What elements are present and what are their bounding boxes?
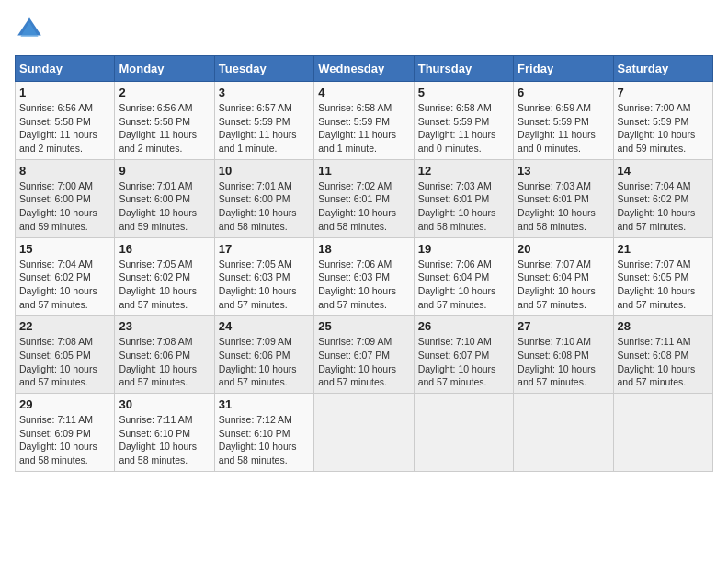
day-info: Sunrise: 7:08 AM Sunset: 6:06 PM Dayligh… bbox=[119, 335, 210, 389]
day-number: 31 bbox=[219, 397, 310, 411]
calendar-week-4: 22 Sunrise: 7:08 AM Sunset: 6:05 PM Dayl… bbox=[16, 316, 713, 394]
day-number: 17 bbox=[219, 242, 310, 256]
calendar-day-cell: 19 Sunrise: 7:06 AM Sunset: 6:04 PM Dayl… bbox=[414, 237, 513, 316]
calendar-day-cell bbox=[514, 394, 613, 472]
calendar-day-cell: 20 Sunrise: 7:07 AM Sunset: 6:04 PM Dayl… bbox=[514, 237, 613, 316]
day-number: 30 bbox=[119, 397, 210, 411]
day-info: Sunrise: 7:05 AM Sunset: 6:02 PM Dayligh… bbox=[119, 258, 210, 312]
day-number: 14 bbox=[618, 164, 709, 178]
day-info: Sunrise: 7:01 AM Sunset: 6:00 PM Dayligh… bbox=[119, 179, 210, 234]
calendar-day-cell: 23 Sunrise: 7:08 AM Sunset: 6:06 PM Dayl… bbox=[115, 316, 214, 394]
day-number: 8 bbox=[19, 164, 110, 178]
calendar-day-cell: 25 Sunrise: 7:09 AM Sunset: 6:07 PM Dayl… bbox=[314, 316, 414, 394]
day-info: Sunrise: 6:56 AM Sunset: 5:58 PM Dayligh… bbox=[119, 101, 210, 155]
day-info: Sunrise: 7:06 AM Sunset: 6:04 PM Dayligh… bbox=[418, 258, 509, 312]
day-number: 27 bbox=[518, 319, 609, 333]
weekday-header-saturday: Saturday bbox=[613, 56, 712, 82]
weekday-header-sunday: Sunday bbox=[16, 56, 115, 82]
day-info: Sunrise: 7:05 AM Sunset: 6:03 PM Dayligh… bbox=[219, 258, 310, 312]
day-number: 20 bbox=[518, 242, 609, 256]
day-info: Sunrise: 7:11 AM Sunset: 6:08 PM Dayligh… bbox=[618, 335, 709, 389]
day-number: 13 bbox=[518, 164, 609, 178]
calendar-day-cell: 27 Sunrise: 7:10 AM Sunset: 6:08 PM Dayl… bbox=[514, 316, 613, 394]
calendar-table: SundayMondayTuesdayWednesdayThursdayFrid… bbox=[15, 55, 713, 472]
day-info: Sunrise: 7:00 AM Sunset: 6:00 PM Dayligh… bbox=[19, 179, 110, 234]
calendar-day-cell: 16 Sunrise: 7:05 AM Sunset: 6:02 PM Dayl… bbox=[115, 237, 214, 316]
day-info: Sunrise: 6:58 AM Sunset: 5:59 PM Dayligh… bbox=[318, 101, 409, 155]
calendar-day-cell: 21 Sunrise: 7:07 AM Sunset: 6:05 PM Dayl… bbox=[613, 237, 712, 316]
weekday-header-friday: Friday bbox=[514, 56, 613, 82]
calendar-day-cell: 24 Sunrise: 7:09 AM Sunset: 6:06 PM Dayl… bbox=[214, 316, 313, 394]
day-info: Sunrise: 7:01 AM Sunset: 6:00 PM Dayligh… bbox=[219, 179, 310, 234]
calendar-day-cell: 26 Sunrise: 7:10 AM Sunset: 6:07 PM Dayl… bbox=[414, 316, 513, 394]
page-header bbox=[15, 15, 713, 44]
day-number: 1 bbox=[19, 86, 110, 99]
calendar-day-cell bbox=[314, 394, 414, 472]
calendar-day-cell: 13 Sunrise: 7:03 AM Sunset: 6:01 PM Dayl… bbox=[514, 159, 613, 237]
day-info: Sunrise: 7:09 AM Sunset: 6:07 PM Dayligh… bbox=[318, 335, 409, 389]
day-info: Sunrise: 7:12 AM Sunset: 6:10 PM Dayligh… bbox=[219, 413, 310, 467]
calendar-day-cell bbox=[613, 394, 712, 472]
day-info: Sunrise: 7:07 AM Sunset: 6:04 PM Dayligh… bbox=[518, 258, 609, 312]
calendar-day-cell: 7 Sunrise: 7:00 AM Sunset: 5:59 PM Dayli… bbox=[613, 82, 712, 160]
day-info: Sunrise: 7:11 AM Sunset: 6:10 PM Dayligh… bbox=[119, 413, 210, 467]
calendar-day-cell: 29 Sunrise: 7:11 AM Sunset: 6:09 PM Dayl… bbox=[16, 394, 115, 472]
day-info: Sunrise: 7:08 AM Sunset: 6:05 PM Dayligh… bbox=[19, 335, 110, 389]
calendar-header-row: SundayMondayTuesdayWednesdayThursdayFrid… bbox=[16, 56, 713, 82]
calendar-day-cell: 22 Sunrise: 7:08 AM Sunset: 6:05 PM Dayl… bbox=[16, 316, 115, 394]
calendar-day-cell: 2 Sunrise: 6:56 AM Sunset: 5:58 PM Dayli… bbox=[115, 82, 214, 160]
calendar-day-cell: 18 Sunrise: 7:06 AM Sunset: 6:03 PM Dayl… bbox=[314, 237, 414, 316]
calendar-week-2: 8 Sunrise: 7:00 AM Sunset: 6:00 PM Dayli… bbox=[16, 159, 713, 237]
day-info: Sunrise: 7:07 AM Sunset: 6:05 PM Dayligh… bbox=[618, 258, 709, 312]
day-info: Sunrise: 7:09 AM Sunset: 6:06 PM Dayligh… bbox=[219, 335, 310, 389]
weekday-header-tuesday: Tuesday bbox=[214, 56, 313, 82]
day-number: 26 bbox=[418, 319, 509, 333]
day-number: 18 bbox=[318, 242, 409, 256]
day-number: 15 bbox=[19, 242, 110, 256]
calendar-day-cell: 5 Sunrise: 6:58 AM Sunset: 5:59 PM Dayli… bbox=[414, 82, 513, 160]
day-info: Sunrise: 6:57 AM Sunset: 5:59 PM Dayligh… bbox=[219, 101, 310, 155]
day-number: 28 bbox=[618, 319, 709, 333]
calendar-day-cell: 17 Sunrise: 7:05 AM Sunset: 6:03 PM Dayl… bbox=[214, 237, 313, 316]
day-number: 9 bbox=[119, 164, 210, 178]
calendar-day-cell: 6 Sunrise: 6:59 AM Sunset: 5:59 PM Dayli… bbox=[514, 82, 613, 160]
day-number: 4 bbox=[318, 86, 409, 99]
day-info: Sunrise: 7:04 AM Sunset: 6:02 PM Dayligh… bbox=[19, 258, 110, 312]
day-number: 29 bbox=[19, 397, 110, 411]
day-number: 12 bbox=[418, 164, 509, 178]
day-info: Sunrise: 7:11 AM Sunset: 6:09 PM Dayligh… bbox=[19, 413, 110, 467]
day-number: 19 bbox=[418, 242, 509, 256]
day-number: 5 bbox=[418, 86, 509, 99]
day-info: Sunrise: 6:59 AM Sunset: 5:59 PM Dayligh… bbox=[518, 101, 609, 155]
calendar-day-cell: 11 Sunrise: 7:02 AM Sunset: 6:01 PM Dayl… bbox=[314, 159, 414, 237]
day-number: 16 bbox=[119, 242, 210, 256]
calendar-day-cell bbox=[414, 394, 513, 472]
weekday-header-wednesday: Wednesday bbox=[314, 56, 414, 82]
day-info: Sunrise: 7:10 AM Sunset: 6:07 PM Dayligh… bbox=[418, 335, 509, 389]
day-number: 2 bbox=[119, 86, 210, 99]
day-info: Sunrise: 7:02 AM Sunset: 6:01 PM Dayligh… bbox=[318, 179, 409, 234]
calendar-day-cell: 31 Sunrise: 7:12 AM Sunset: 6:10 PM Dayl… bbox=[214, 394, 313, 472]
calendar-day-cell: 12 Sunrise: 7:03 AM Sunset: 6:01 PM Dayl… bbox=[414, 159, 513, 237]
calendar-week-5: 29 Sunrise: 7:11 AM Sunset: 6:09 PM Dayl… bbox=[16, 394, 713, 472]
day-number: 11 bbox=[318, 164, 409, 178]
calendar-week-3: 15 Sunrise: 7:04 AM Sunset: 6:02 PM Dayl… bbox=[16, 237, 713, 316]
day-info: Sunrise: 7:04 AM Sunset: 6:02 PM Dayligh… bbox=[618, 179, 709, 234]
day-info: Sunrise: 7:03 AM Sunset: 6:01 PM Dayligh… bbox=[518, 179, 609, 234]
day-info: Sunrise: 6:56 AM Sunset: 5:58 PM Dayligh… bbox=[19, 101, 110, 155]
calendar-day-cell: 30 Sunrise: 7:11 AM Sunset: 6:10 PM Dayl… bbox=[115, 394, 214, 472]
day-number: 3 bbox=[219, 86, 310, 99]
day-number: 6 bbox=[518, 86, 609, 99]
logo bbox=[15, 15, 48, 44]
day-info: Sunrise: 7:03 AM Sunset: 6:01 PM Dayligh… bbox=[418, 179, 509, 234]
weekday-header-monday: Monday bbox=[115, 56, 214, 82]
calendar-day-cell: 14 Sunrise: 7:04 AM Sunset: 6:02 PM Dayl… bbox=[613, 159, 712, 237]
day-number: 7 bbox=[618, 86, 709, 99]
day-number: 24 bbox=[219, 319, 310, 333]
day-info: Sunrise: 7:10 AM Sunset: 6:08 PM Dayligh… bbox=[518, 335, 609, 389]
calendar-day-cell: 1 Sunrise: 6:56 AM Sunset: 5:58 PM Dayli… bbox=[16, 82, 115, 160]
day-info: Sunrise: 7:06 AM Sunset: 6:03 PM Dayligh… bbox=[318, 258, 409, 312]
calendar-day-cell: 15 Sunrise: 7:04 AM Sunset: 6:02 PM Dayl… bbox=[16, 237, 115, 316]
day-number: 10 bbox=[219, 164, 310, 178]
day-info: Sunrise: 6:58 AM Sunset: 5:59 PM Dayligh… bbox=[418, 101, 509, 155]
